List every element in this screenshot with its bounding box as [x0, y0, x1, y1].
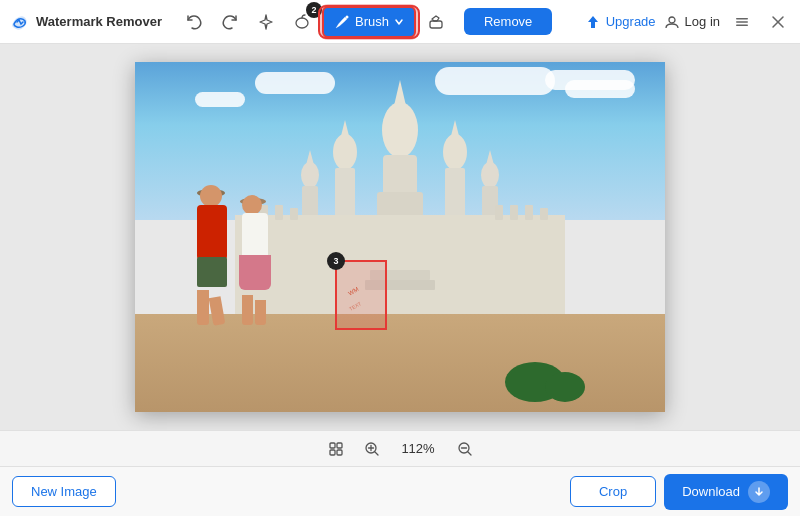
svg-rect-5 — [736, 21, 748, 23]
svg-rect-36 — [370, 270, 430, 280]
main-content: WM TEXT 3 — [0, 44, 800, 430]
toolbar: 2 Brush Remove — [178, 6, 585, 38]
zoom-out-icon — [457, 441, 473, 457]
svg-rect-34 — [540, 208, 548, 220]
redo-button[interactable] — [214, 6, 246, 38]
app-logo-icon — [8, 11, 30, 33]
header-right: Upgrade Log in — [585, 8, 792, 36]
eraser-icon — [427, 13, 445, 31]
person2-head — [242, 195, 262, 215]
bottom-bar: New Image Crop Download — [0, 466, 800, 516]
svg-rect-39 — [330, 443, 335, 448]
magic-icon — [257, 13, 275, 31]
person2-leg2 — [255, 300, 266, 325]
svg-point-24 — [481, 162, 499, 188]
svg-line-49 — [468, 452, 471, 455]
menu-icon — [734, 14, 750, 30]
new-image-button[interactable]: New Image — [12, 476, 116, 507]
svg-point-18 — [443, 134, 467, 170]
upgrade-label: Upgrade — [606, 14, 656, 29]
download-label: Download — [682, 484, 740, 499]
eraser-tool-button[interactable] — [420, 6, 452, 38]
svg-point-10 — [382, 102, 418, 158]
remove-button[interactable]: Remove — [464, 8, 552, 35]
redo-icon — [221, 13, 239, 31]
person2-body — [242, 213, 268, 258]
lasso-tool-button[interactable]: 2 — [286, 6, 318, 38]
person2-leg1 — [242, 295, 253, 325]
zoom-out-button[interactable] — [453, 437, 477, 461]
svg-rect-32 — [510, 205, 518, 220]
bush-2 — [545, 372, 585, 402]
svg-rect-41 — [330, 450, 335, 455]
zoom-level: 112% — [396, 441, 441, 456]
svg-rect-16 — [335, 168, 355, 218]
brush-label: Brush — [355, 14, 389, 29]
user-icon — [664, 14, 680, 30]
crop-button[interactable]: Crop — [570, 476, 656, 507]
svg-rect-31 — [495, 205, 503, 220]
person1-leg2 — [209, 296, 226, 326]
svg-point-15 — [333, 134, 357, 170]
magic-tool-button[interactable] — [250, 6, 282, 38]
svg-point-21 — [301, 162, 319, 188]
upgrade-icon — [585, 14, 601, 30]
fit-icon — [328, 441, 344, 457]
upgrade-button[interactable]: Upgrade — [585, 14, 656, 30]
ground-layer — [135, 314, 665, 412]
svg-point-1 — [345, 15, 348, 18]
download-arrow-icon — [753, 486, 765, 498]
person1-shorts — [197, 257, 227, 287]
download-icon — [748, 481, 770, 503]
title-bar: Watermark Remover — [0, 0, 800, 44]
zoom-in-button[interactable] — [360, 437, 384, 461]
person1-head — [200, 185, 222, 207]
svg-rect-19 — [445, 168, 465, 218]
svg-line-46 — [375, 452, 378, 455]
lasso-badge: 2 — [306, 2, 322, 18]
svg-rect-35 — [365, 280, 435, 290]
svg-rect-30 — [290, 208, 298, 220]
fit-screen-button[interactable] — [324, 437, 348, 461]
people-layer — [185, 185, 280, 325]
zoom-in-icon — [364, 441, 380, 457]
svg-rect-4 — [736, 18, 748, 20]
undo-button[interactable] — [178, 6, 210, 38]
canvas-area[interactable]: WM TEXT 3 — [135, 62, 665, 412]
close-button[interactable] — [764, 8, 792, 36]
close-icon — [771, 15, 785, 29]
svg-rect-33 — [525, 205, 533, 220]
svg-rect-2 — [430, 21, 442, 28]
app-logo: Watermark Remover — [8, 11, 162, 33]
svg-rect-11 — [383, 155, 417, 195]
svg-point-3 — [669, 17, 675, 23]
undo-icon — [185, 13, 203, 31]
svg-point-0 — [296, 18, 308, 28]
svg-rect-12 — [377, 192, 423, 217]
person1-body — [197, 205, 227, 260]
app-title: Watermark Remover — [36, 14, 162, 29]
zoom-bar: 112% — [0, 430, 800, 466]
person-2 — [230, 195, 280, 325]
svg-rect-6 — [736, 24, 748, 26]
login-button[interactable]: Log in — [664, 14, 720, 30]
svg-rect-42 — [337, 450, 342, 455]
download-button[interactable]: Download — [664, 474, 788, 510]
brush-tool-button[interactable]: Brush — [322, 6, 416, 38]
person2-skirt — [239, 255, 271, 290]
login-label: Log in — [685, 14, 720, 29]
brush-icon — [334, 14, 350, 30]
chevron-down-icon — [394, 17, 404, 27]
svg-rect-40 — [337, 443, 342, 448]
menu-button[interactable] — [728, 8, 756, 36]
person1-leg1 — [197, 290, 209, 325]
